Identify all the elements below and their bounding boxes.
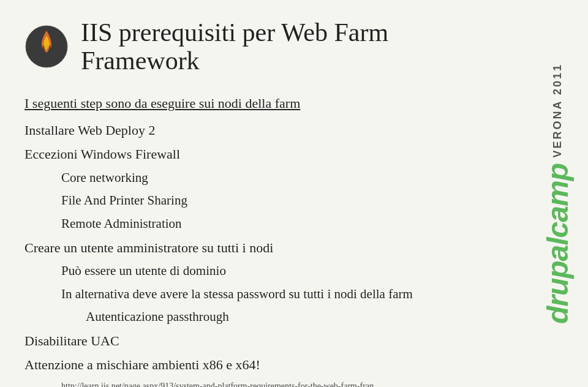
content-line-8: Autenticazione passthrough	[24, 306, 502, 328]
sidebar-brand: VERONA 2011 drupalcamp	[527, 0, 588, 387]
content-lines: Installare Web Deploy 2Eccezioni Windows…	[24, 119, 502, 387]
content-line-3: File And Printer Sharing	[24, 190, 502, 212]
content-line-9: Disabilitare UAC	[24, 329, 502, 352]
content-body: I seguenti step sono da eseguire sui nod…	[24, 92, 502, 387]
content-line-6: Può essere un utente di dominio	[24, 260, 502, 282]
drupalcamp-logo-icon	[24, 24, 69, 69]
content-line-2: Core networking	[24, 167, 502, 189]
brand-name-text: drupalcamp	[541, 163, 575, 324]
intro-text: I seguenti step sono da eseguire sui nod…	[24, 92, 502, 115]
header-row: IIS prerequisiti per Web Farm Framework	[24, 18, 502, 75]
brand-year-text: VERONA 2011	[551, 63, 564, 157]
page-title: IIS prerequisiti per Web Farm Framework	[81, 18, 502, 75]
content-line-7: In alternativa deve avere la stessa pass…	[24, 284, 502, 306]
content-line-10: Attenzione a mischiare ambienti x86 e x6…	[24, 353, 502, 376]
content-line-5: Creare un utente amministratore su tutti…	[24, 236, 502, 259]
content-line-4: Remote Administration	[24, 213, 502, 235]
content-line-0: Installare Web Deploy 2	[24, 119, 502, 141]
content-line-11: http://learn.iis.net/page.aspx/913/syste…	[24, 379, 502, 387]
main-content: IIS prerequisiti per Web Farm Framework …	[0, 0, 527, 387]
content-line-1: Eccezioni Windows Firewall	[24, 143, 502, 165]
